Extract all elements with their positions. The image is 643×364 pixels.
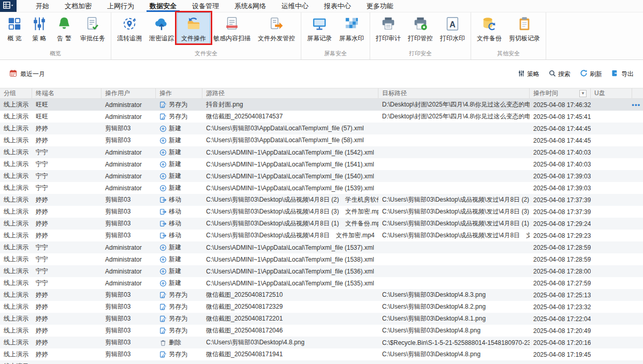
approval-tasks-icon <box>84 15 101 33</box>
ribbon-item-policy[interactable]: 策 略 <box>27 13 52 44</box>
operation-label: 新建 <box>169 172 181 180</box>
menu-tab-data-security[interactable]: 数据安全 <box>142 0 184 12</box>
list-toolbar: 最近一月 策略 搜索 刷新 导出 <box>0 60 643 88</box>
menu-tab-system-network[interactable]: 系统&网络 <box>227 0 274 12</box>
table-row[interactable]: 线上演示 婷婷 剪辑部03 移动 C:\Users\剪辑部03\Desktop\… <box>0 194 643 206</box>
cell-source-path: C:\Users\剪辑部03\Desktop\4.8.png <box>202 338 378 347</box>
cell-terminal: 婷婷 <box>32 338 101 347</box>
ribbon-item-print-audit[interactable]: 打印审计 <box>372 13 404 44</box>
column-header-target-path[interactable]: 目标路径 <box>378 88 530 98</box>
operation-label: 另存为 <box>169 350 187 359</box>
column-header-user[interactable]: 操作用户 <box>101 88 156 98</box>
date-range-filter[interactable]: 最近一月 <box>9 69 45 79</box>
table-row[interactable]: 线上演示 婷婷 剪辑部03 新建 C:\Users\剪辑部03\AppData\… <box>0 123 643 134</box>
ribbon-item-print-control[interactable]: 打印管控 <box>404 13 436 44</box>
cell-source-path: 微信截图_20250408171941 <box>202 350 378 359</box>
cell-time: 2025-04-08 17:46:32 <box>530 101 591 109</box>
menu-tab-doc-encryption[interactable]: 文档加密 <box>57 0 99 12</box>
operation-label: 新建 <box>169 148 181 157</box>
menu-tab-start[interactable]: 开始 <box>28 0 57 12</box>
menu-tab-device-management[interactable]: 设备管理 <box>184 0 227 12</box>
ribbon-item-clipboard-record[interactable]: 剪切板记录 <box>505 13 544 44</box>
print-watermark-icon: A <box>444 15 461 33</box>
table-row[interactable]: 线上演示 婷婷 剪辑部03 删除 C:\Users\剪辑部03\Desktop\… <box>0 337 643 348</box>
cell-user: Administrator <box>101 268 156 275</box>
cell-target-path: C:\Users\剪辑部03\Desktop\4.8.2.png <box>378 302 530 311</box>
cell-operation: 另存为 <box>156 302 202 311</box>
outgoing-control-icon <box>268 15 285 33</box>
ribbon-item-label: 策 略 <box>32 34 46 43</box>
table-row[interactable]: 线上演示 宁宁 Administrator 新建 C:\Users\ADMINI… <box>0 277 643 289</box>
cell-group: 线上演示 <box>0 207 32 216</box>
table-row[interactable]: 线上演示 婷婷 剪辑部03 另存为 微信截图_20250408172329 C:… <box>0 301 643 313</box>
operation-label: 另存为 <box>169 326 187 335</box>
table-row[interactable]: 线上演示 宁宁 Administrator 新建 C:\Users\ADMINI… <box>0 146 643 158</box>
ribbon-item-screen-record[interactable]: 屏幕记录 <box>303 13 335 44</box>
column-header-source-path[interactable]: 源路径 <box>202 88 378 98</box>
table-row[interactable]: 线上演示 宁宁 Administrator 新建 C:\Users\ADMINI… <box>0 241 643 253</box>
print-audit-icon <box>379 15 397 33</box>
table-row[interactable]: 线上演示 宁宁 Administrator 新建 C:\Users\ADMINI… <box>0 265 643 277</box>
cell-operation: 另存为 <box>156 291 202 299</box>
ribbon-item-file-operations[interactable]: 文件操作 <box>178 13 210 44</box>
cell-source-path: 微信截图_20250408172329 <box>202 302 378 311</box>
new-icon <box>159 125 167 132</box>
table-row[interactable]: 线上演示 旺旺 Administrator 另存为 抖音封面.png D:\De… <box>0 99 643 111</box>
table-row[interactable]: 线上演示 婷婷 剪辑部03 另存为 微信截图_20250408172510 C:… <box>0 289 643 301</box>
app-menu-button[interactable] <box>0 0 17 12</box>
table-row[interactable]: 线上演示 宁宁 Administrator 新建 C:\Users\ADMINI… <box>0 158 643 170</box>
menu-tab-web-behavior[interactable]: 上网行为 <box>99 0 142 12</box>
export-button[interactable]: 导出 <box>611 69 634 79</box>
table-row[interactable]: 线上演示 婷婷 剪辑部03 另存为 微信截图_20250408171941 C:… <box>0 348 643 360</box>
ribbon-item-outgoing-control[interactable]: 文件外发管控 <box>254 13 299 44</box>
column-header-operation[interactable]: 操作 <box>156 88 202 98</box>
row-actions-menu[interactable]: ••• <box>632 99 640 111</box>
ribbon-item-print-watermark[interactable]: A 打印水印 <box>436 13 469 44</box>
refresh-button[interactable]: 刷新 <box>580 69 602 79</box>
table-row[interactable]: 线上演示 婷婷 剪辑部03 移动 C:\Users\剪辑部03\Desktop\… <box>0 206 643 218</box>
menu-bar: 开始 文档加密 上网行为 数据安全 设备管理 系统&网络 运维中心 报表中心 更… <box>0 0 643 12</box>
table-row[interactable]: 线上演示 婷婷 剪辑部03 新建 C:\Users\剪辑部03\AppData\… <box>0 134 643 146</box>
ribbon-item-label: 屏幕记录 <box>307 34 332 43</box>
cell-user: Administrator <box>101 185 156 192</box>
table-row[interactable]: 线上演示 <box>0 360 643 364</box>
column-header-usb[interactable]: U盘 <box>591 88 632 98</box>
search-icon <box>549 70 556 79</box>
table-row[interactable]: 线上演示 婷婷 剪辑部03 移动 C:\Users\剪辑部03\Desktop\… <box>0 230 643 241</box>
table-row[interactable]: 线上演示 婷婷 剪辑部03 移动 C:\Users\剪辑部03\Desktop\… <box>0 218 643 230</box>
cell-operation: 新建 <box>156 160 202 169</box>
cell-group: 线上演示 <box>0 124 32 133</box>
menu-tab-more-functions[interactable]: 更多功能 <box>359 0 401 12</box>
ribbon-item-file-backup[interactable]: 文件备份 <box>473 13 505 44</box>
cell-user: 剪辑部03 <box>101 350 156 359</box>
ribbon-item-approval-tasks[interactable]: 审批任务 <box>77 13 109 44</box>
ribbon-item-screen-watermark[interactable]: 屏幕水印 <box>335 13 368 44</box>
ribbon-item-overview[interactable]: 概 览 <box>2 13 27 44</box>
menu-tab-report-center[interactable]: 报表中心 <box>316 0 359 12</box>
table-row[interactable]: 线上演示 旺旺 Administrator 另存为 微信截图_202504081… <box>0 111 643 123</box>
policy-button[interactable]: 策略 <box>518 70 539 79</box>
ribbon-item-alert[interactable]: 告 警 <box>52 13 77 44</box>
ribbon-group-overview: 概 览 策 略 告 警 审批任务 概览 <box>0 12 111 59</box>
cell-operation: 另存为 <box>156 112 202 121</box>
ribbon-item-flow-trace[interactable]: 流转追溯 <box>113 13 145 44</box>
save-as-icon <box>159 113 167 120</box>
ribbon-item-content-scan[interactable]: 敏感内容扫描 <box>210 13 254 44</box>
operation-label: 新建 <box>169 255 181 264</box>
time-filter-dropdown-icon[interactable]: ▼ <box>579 90 587 97</box>
table-row[interactable]: 线上演示 婷婷 剪辑部03 另存为 微信截图_20250408172046 C:… <box>0 325 643 337</box>
column-header-terminal[interactable]: 终端名 <box>32 88 101 98</box>
table-row[interactable]: 线上演示 宁宁 Administrator 新建 C:\Users\ADMINI… <box>0 170 643 182</box>
table-row[interactable]: 线上演示 婷婷 剪辑部03 另存为 微信截图_20250408172201 C:… <box>0 313 643 325</box>
menu-tab-ops-center[interactable]: 运维中心 <box>274 0 316 12</box>
ribbon-item-leak-trace[interactable]: 泄密追踪 <box>145 13 178 44</box>
cell-target-path: D:\Desktop\封面\2025年\四月\4.8\你见过这么变态的电脑监..… <box>378 100 530 109</box>
table-row[interactable]: 线上演示 宁宁 Administrator 新建 C:\Users\ADMINI… <box>0 182 643 194</box>
search-button[interactable]: 搜索 <box>549 70 571 79</box>
cell-target-path: C:\Users\剪辑部03\Desktop\4.8.png <box>378 350 530 359</box>
print-control-icon <box>412 15 429 33</box>
column-header-time[interactable]: 操作时间 ▼ <box>530 88 591 98</box>
column-header-group[interactable]: 分组 <box>0 88 32 98</box>
table-row[interactable]: 线上演示 宁宁 Administrator 新建 C:\Users\ADMINI… <box>0 253 643 265</box>
cell-terminal: 婷婷 <box>32 231 101 240</box>
